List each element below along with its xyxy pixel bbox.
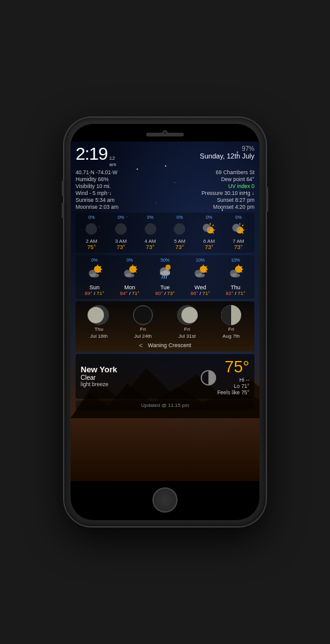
pressure: Pressure 30.10 inHg ↓ — [202, 190, 254, 196]
svg-line-29 — [135, 272, 137, 273]
date-display: Sunday, 12th July — [200, 152, 254, 160]
hourly-time-label: 4 AM — [145, 238, 156, 244]
hourly-temp-label: 73° — [175, 244, 184, 250]
hourly-time-label: 5 AM — [174, 238, 185, 244]
moonrise: Moonrise 2:03 am — [76, 204, 118, 210]
hourly-row: 0% 2 AM75°0% 3 AM73°0% 4 AM73°0% 5 AM73°… — [77, 215, 253, 250]
info-sunrise-row: Sunrise 5:34 am Sunset 8:27 pm — [76, 197, 254, 203]
hourly-weather-icon — [144, 222, 157, 238]
svg-point-54 — [88, 307, 104, 323]
svg-line-15 — [242, 225, 243, 226]
daily-item: 10% Wed86° / 71° — [183, 258, 217, 296]
daily-temps-label: 80° / 73° — [156, 291, 175, 296]
time-hours: 2:19 — [76, 145, 108, 163]
time-ampm: am — [110, 162, 117, 168]
moon-date-label: FriJul 24th — [134, 326, 152, 340]
daily-temps-label: 89° / 71° — [85, 291, 105, 296]
daily-precip: 0% — [91, 258, 98, 264]
daily-section: 0% Sun89° / 71°0% Mon84° / 71°50% — [76, 255, 254, 299]
daily-weather-icon — [122, 264, 138, 283]
hourly-weather-icon — [114, 222, 128, 238]
moon-phase-item: FriAug 7th — [220, 304, 242, 340]
home-button[interactable] — [152, 487, 178, 513]
svg-line-22 — [100, 272, 101, 273]
hourly-weather-icon — [84, 222, 98, 238]
moon-phase-image — [132, 304, 154, 326]
moon-phase-name: Waning Crescent — [148, 342, 191, 348]
hourly-precip: 0% — [206, 215, 212, 221]
hourly-temp-label: 75° — [88, 244, 96, 250]
svg-point-34 — [160, 271, 170, 276]
daily-item: 0% Sun89° / 71° — [77, 258, 111, 296]
hourly-precip: 0% — [88, 215, 94, 221]
time-display: 2:19 12 am — [76, 145, 117, 167]
hourly-weather-icon — [173, 222, 186, 238]
phone-frame: 2:19 12 am 97% Sunday, 12th July — [64, 118, 266, 526]
svg-line-9 — [212, 225, 213, 226]
hourly-time-label: 3 AM — [115, 238, 127, 244]
daily-weather-icon — [192, 264, 208, 283]
coords: 40.71·N -74.01·W — [76, 169, 118, 175]
daily-item: 10% Thu82° / 71° — [219, 258, 253, 296]
phone-screen-container: 2:19 12 am 97% Sunday, 12th July — [71, 124, 259, 520]
current-weather-right: 75° Hi -- Lo 71° Feels like 75° — [217, 357, 249, 396]
svg-line-11 — [212, 233, 213, 234]
current-weather-panel: New York Clear light breeze ◑ 75° Hi -- — [76, 354, 254, 399]
info-visibility-row: Visibility 10 mi. UV index 0 — [76, 183, 254, 189]
screen-content: 2:19 12 am 97% Sunday, 12th July — [71, 142, 259, 414]
svg-point-5 — [174, 223, 185, 235]
hourly-weather-icon — [232, 222, 246, 238]
svg-point-52 — [231, 274, 241, 278]
daily-weather-icon — [157, 264, 173, 283]
daily-temps-label: 82° / 71° — [226, 291, 246, 296]
moon-nav-row: < Waning Crescent — [77, 341, 253, 349]
moon-date-label: FriJul 31st — [178, 326, 196, 340]
hourly-section: 0% 2 AM75°0% 3 AM73°0% 4 AM73°0% 5 AM73°… — [76, 213, 254, 253]
condition: Clear — [81, 374, 200, 381]
moon-date-label: ThuJul 16th — [90, 326, 108, 340]
svg-point-4 — [144, 223, 156, 235]
hourly-item: 0% 6 AM73° — [195, 215, 223, 250]
info-coords-row: 40.71·N -74.01·W 69 Chambers St — [76, 169, 254, 175]
current-weather-icon: ◑ — [200, 364, 217, 388]
svg-point-58 — [181, 307, 198, 323]
current-temp: 75° — [217, 357, 249, 377]
uv-index: UV index 0 — [228, 183, 254, 189]
svg-line-38 — [166, 277, 167, 279]
info-wind-row: Wind - 5 mph ↓ Pressure 30.10 inHg ↓ — [76, 190, 254, 196]
svg-line-50 — [241, 272, 242, 273]
hourly-item: 0% 3 AM73° — [107, 215, 135, 250]
hourly-item: 0% 2 AM75° — [77, 215, 105, 250]
daily-temps-label: 86° / 71° — [191, 291, 210, 296]
hourly-item: 0% 4 AM73° — [137, 215, 164, 250]
updated-bar: Updated @ 11:15 pm — [76, 401, 254, 410]
camera — [162, 130, 168, 135]
wind: Wind - 5 mph ↓ — [76, 190, 111, 196]
info-humidity-row: Humidity 66% Dew point 64° — [76, 176, 254, 182]
moon-phase-item: FriJul 31st — [176, 304, 198, 340]
header-row: 2:19 12 am 97% Sunday, 12th July — [76, 145, 254, 167]
svg-point-31 — [125, 274, 135, 278]
sunrise: Sunrise 5:34 am — [76, 197, 115, 203]
info-moon-row: Moonrise 2:03 am Moonset 4:20 pm — [76, 204, 254, 210]
daily-precip: 10% — [196, 258, 205, 264]
feels-like: Feels like 75° — [217, 389, 249, 396]
hourly-precip: 0% — [147, 215, 154, 221]
volume-up-button — [62, 180, 64, 196]
volume-down-button — [62, 203, 64, 218]
hi-low: Hi -- — [217, 377, 249, 383]
moon-phase-item: FriJul 24th — [132, 304, 154, 340]
moon-prev-button[interactable]: < — [139, 341, 142, 349]
daily-temps-label: 84° / 71° — [120, 291, 140, 296]
svg-point-13 — [232, 224, 241, 232]
svg-line-48 — [241, 266, 242, 267]
hourly-precip: 0% — [236, 215, 242, 221]
svg-point-2 — [86, 223, 97, 235]
humidity: Humidity 66% — [76, 176, 108, 182]
moon-phase-image — [220, 304, 242, 326]
battery-indicator: 97% — [242, 145, 254, 152]
daily-item: 0% Mon84° / 71° — [113, 258, 147, 296]
current-weather-left: New York Clear light breeze — [81, 365, 200, 387]
address: 69 Chambers St — [216, 169, 254, 175]
svg-point-3 — [115, 223, 127, 235]
